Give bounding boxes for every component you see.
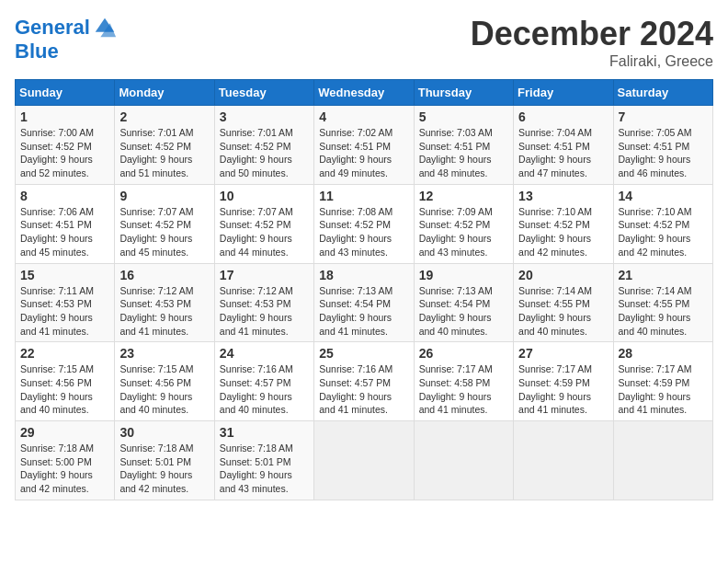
logo: General Blue: [15, 15, 118, 63]
calendar-cell: 18Sunrise: 7:13 AMSunset: 4:54 PMDayligh…: [314, 263, 414, 342]
day-number: 8: [20, 189, 109, 203]
day-number: 16: [119, 268, 209, 282]
day-number: 18: [319, 268, 408, 282]
day-number: 26: [419, 346, 508, 361]
day-number: 11: [319, 189, 408, 203]
day-number: 24: [220, 346, 309, 361]
calendar-header-row: SundayMondayTuesdayWednesdayThursdayFrid…: [16, 80, 713, 106]
day-number: 20: [518, 268, 608, 282]
calendar-cell: 20Sunrise: 7:14 AMSunset: 4:55 PMDayligh…: [514, 263, 613, 342]
day-number: 7: [619, 109, 708, 124]
day-info: Sunrise: 7:10 AMSunset: 4:52 PMDaylight:…: [518, 205, 608, 259]
day-number: 19: [419, 268, 508, 282]
page-header: General Blue December 2024 Faliraki, Gre…: [15, 15, 713, 70]
calendar-cell: [514, 421, 613, 500]
day-number: 1: [20, 109, 109, 124]
day-info: Sunrise: 7:01 AMSunset: 4:52 PMDaylight:…: [220, 126, 309, 180]
calendar-cell: 3Sunrise: 7:01 AMSunset: 4:52 PMDaylight…: [214, 106, 313, 185]
day-number: 31: [220, 425, 309, 440]
day-info: Sunrise: 7:11 AMSunset: 4:53 PMDaylight:…: [20, 284, 109, 339]
day-number: 6: [518, 109, 608, 124]
day-number: 15: [20, 268, 109, 282]
calendar-cell: 24Sunrise: 7:16 AMSunset: 4:57 PMDayligh…: [214, 342, 313, 421]
day-info: Sunrise: 7:01 AMSunset: 4:52 PMDaylight:…: [119, 126, 209, 180]
calendar-cell: 2Sunrise: 7:01 AMSunset: 4:52 PMDaylight…: [115, 106, 214, 185]
day-number: 27: [518, 346, 608, 361]
day-info: Sunrise: 7:18 AMSunset: 5:01 PMDaylight:…: [220, 442, 309, 496]
calendar-cell: 5Sunrise: 7:03 AMSunset: 4:51 PMDaylight…: [414, 106, 513, 185]
day-info: Sunrise: 7:03 AMSunset: 4:51 PMDaylight:…: [419, 126, 508, 180]
calendar-week-row: 1Sunrise: 7:00 AMSunset: 4:52 PMDaylight…: [16, 106, 713, 185]
day-info: Sunrise: 7:06 AMSunset: 4:51 PMDaylight:…: [20, 205, 109, 259]
calendar-cell: 13Sunrise: 7:10 AMSunset: 4:52 PMDayligh…: [514, 184, 613, 263]
day-info: Sunrise: 7:04 AMSunset: 4:51 PMDaylight:…: [518, 126, 608, 180]
calendar-cell: 6Sunrise: 7:04 AMSunset: 4:51 PMDaylight…: [514, 106, 613, 185]
day-number: 17: [220, 268, 309, 282]
day-info: Sunrise: 7:09 AMSunset: 4:52 PMDaylight:…: [419, 205, 508, 259]
day-number: 28: [619, 346, 708, 361]
day-info: Sunrise: 7:10 AMSunset: 4:52 PMDaylight:…: [619, 205, 708, 259]
day-of-week-header: Thursday: [414, 80, 513, 106]
calendar-cell: [314, 421, 414, 500]
calendar-cell: 4Sunrise: 7:02 AMSunset: 4:51 PMDaylight…: [314, 106, 414, 185]
calendar-cell: 15Sunrise: 7:11 AMSunset: 4:53 PMDayligh…: [16, 263, 115, 342]
calendar-cell: 10Sunrise: 7:07 AMSunset: 4:52 PMDayligh…: [214, 184, 313, 263]
calendar-week-row: 29Sunrise: 7:18 AMSunset: 5:00 PMDayligh…: [16, 421, 713, 500]
day-number: 13: [518, 189, 608, 203]
day-info: Sunrise: 7:15 AMSunset: 4:56 PMDaylight:…: [20, 362, 109, 417]
day-info: Sunrise: 7:17 AMSunset: 4:58 PMDaylight:…: [419, 362, 508, 417]
calendar-cell: 26Sunrise: 7:17 AMSunset: 4:58 PMDayligh…: [414, 342, 513, 421]
title-block: December 2024 Faliraki, Greece: [471, 15, 713, 70]
calendar-week-row: 22Sunrise: 7:15 AMSunset: 4:56 PMDayligh…: [16, 342, 713, 421]
calendar-body: 1Sunrise: 7:00 AMSunset: 4:52 PMDaylight…: [16, 106, 713, 500]
calendar-cell: 22Sunrise: 7:15 AMSunset: 4:56 PMDayligh…: [16, 342, 115, 421]
day-of-week-header: Sunday: [16, 80, 115, 106]
day-number: 4: [319, 109, 408, 124]
logo-text: General: [15, 17, 90, 39]
day-info: Sunrise: 7:12 AMSunset: 4:53 PMDaylight:…: [220, 284, 309, 339]
location: Faliraki, Greece: [471, 53, 713, 70]
day-number: 3: [220, 109, 309, 124]
calendar-table: SundayMondayTuesdayWednesdayThursdayFrid…: [15, 79, 713, 500]
day-info: Sunrise: 7:14 AMSunset: 4:55 PMDaylight:…: [518, 284, 608, 339]
calendar-cell: 9Sunrise: 7:07 AMSunset: 4:52 PMDaylight…: [115, 184, 214, 263]
calendar-cell: 14Sunrise: 7:10 AMSunset: 4:52 PMDayligh…: [613, 184, 712, 263]
day-of-week-header: Wednesday: [314, 80, 414, 106]
calendar-cell: 29Sunrise: 7:18 AMSunset: 5:00 PMDayligh…: [16, 421, 115, 500]
day-number: 25: [319, 346, 408, 361]
calendar-cell: 19Sunrise: 7:13 AMSunset: 4:54 PMDayligh…: [414, 263, 513, 342]
day-number: 21: [619, 268, 708, 282]
day-info: Sunrise: 7:00 AMSunset: 4:52 PMDaylight:…: [20, 126, 109, 180]
day-number: 9: [119, 189, 209, 203]
day-number: 2: [119, 109, 209, 124]
day-info: Sunrise: 7:18 AMSunset: 5:00 PMDaylight:…: [20, 442, 109, 496]
day-info: Sunrise: 7:17 AMSunset: 4:59 PMDaylight:…: [619, 362, 708, 417]
day-info: Sunrise: 7:16 AMSunset: 4:57 PMDaylight:…: [220, 362, 309, 417]
calendar-week-row: 15Sunrise: 7:11 AMSunset: 4:53 PMDayligh…: [16, 263, 713, 342]
calendar-cell: 27Sunrise: 7:17 AMSunset: 4:59 PMDayligh…: [514, 342, 613, 421]
day-info: Sunrise: 7:07 AMSunset: 4:52 PMDaylight:…: [119, 205, 209, 259]
day-number: 5: [419, 109, 508, 124]
calendar-cell: 12Sunrise: 7:09 AMSunset: 4:52 PMDayligh…: [414, 184, 513, 263]
day-of-week-header: Saturday: [613, 80, 712, 106]
calendar-cell: 11Sunrise: 7:08 AMSunset: 4:52 PMDayligh…: [314, 184, 414, 263]
calendar-cell: 23Sunrise: 7:15 AMSunset: 4:56 PMDayligh…: [115, 342, 214, 421]
day-number: 29: [20, 425, 109, 440]
calendar-week-row: 8Sunrise: 7:06 AMSunset: 4:51 PMDaylight…: [16, 184, 713, 263]
logo-icon: [92, 15, 118, 40]
day-info: Sunrise: 7:18 AMSunset: 5:01 PMDaylight:…: [119, 442, 209, 496]
day-number: 12: [419, 189, 508, 203]
day-number: 10: [220, 189, 309, 203]
day-info: Sunrise: 7:07 AMSunset: 4:52 PMDaylight:…: [220, 205, 309, 259]
day-info: Sunrise: 7:13 AMSunset: 4:54 PMDaylight:…: [319, 284, 408, 339]
day-info: Sunrise: 7:02 AMSunset: 4:51 PMDaylight:…: [319, 126, 408, 180]
day-info: Sunrise: 7:14 AMSunset: 4:55 PMDaylight:…: [619, 284, 708, 339]
day-info: Sunrise: 7:17 AMSunset: 4:59 PMDaylight:…: [518, 362, 608, 417]
calendar-cell: 8Sunrise: 7:06 AMSunset: 4:51 PMDaylight…: [16, 184, 115, 263]
calendar-cell: 28Sunrise: 7:17 AMSunset: 4:59 PMDayligh…: [613, 342, 712, 421]
calendar-cell: 1Sunrise: 7:00 AMSunset: 4:52 PMDaylight…: [16, 106, 115, 185]
day-info: Sunrise: 7:12 AMSunset: 4:53 PMDaylight:…: [119, 284, 209, 339]
day-info: Sunrise: 7:13 AMSunset: 4:54 PMDaylight:…: [419, 284, 508, 339]
calendar-cell: 17Sunrise: 7:12 AMSunset: 4:53 PMDayligh…: [214, 263, 313, 342]
day-info: Sunrise: 7:08 AMSunset: 4:52 PMDaylight:…: [319, 205, 408, 259]
